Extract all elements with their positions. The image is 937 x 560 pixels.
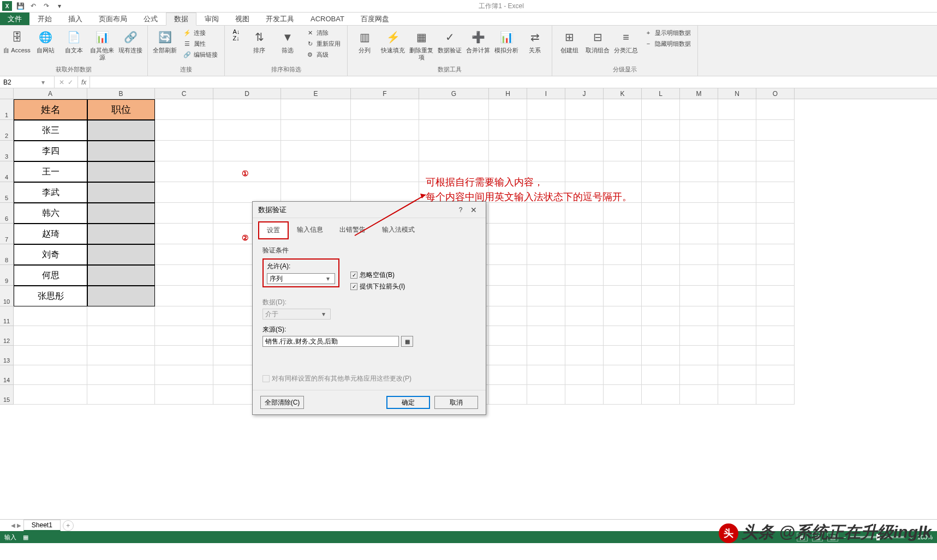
- cell[interactable]: [155, 306, 213, 326]
- cell[interactable]: [604, 365, 642, 385]
- range-picker-icon[interactable]: ▦: [401, 336, 413, 347]
- cell[interactable]: [604, 120, 642, 141]
- cell[interactable]: [756, 265, 795, 286]
- cell[interactable]: [87, 120, 155, 141]
- cell[interactable]: [213, 99, 281, 120]
- cell[interactable]: [604, 99, 642, 120]
- cell[interactable]: 刘奇: [14, 244, 87, 265]
- cell[interactable]: [155, 224, 213, 244]
- cell[interactable]: [155, 182, 213, 203]
- cell[interactable]: [680, 244, 718, 265]
- cell[interactable]: 张三: [14, 120, 87, 141]
- cell[interactable]: [718, 161, 756, 182]
- column-header[interactable]: L: [642, 88, 680, 99]
- cell[interactable]: [565, 346, 604, 365]
- clear-all-button[interactable]: 全部清除(C): [260, 396, 304, 409]
- cell[interactable]: [718, 265, 756, 286]
- cell[interactable]: [604, 224, 642, 244]
- column-header[interactable]: I: [527, 88, 565, 99]
- cell[interactable]: [565, 224, 604, 244]
- cell[interactable]: [642, 224, 680, 244]
- cell[interactable]: [351, 141, 419, 161]
- row-header[interactable]: 13: [0, 346, 14, 365]
- cell[interactable]: [87, 182, 155, 203]
- cell[interactable]: [565, 286, 604, 306]
- cell[interactable]: [680, 141, 718, 161]
- column-header[interactable]: N: [718, 88, 756, 99]
- allow-dropdown[interactable]: 序列 ▾: [267, 273, 335, 284]
- cell[interactable]: [14, 326, 87, 346]
- cell[interactable]: [642, 286, 680, 306]
- column-header[interactable]: K: [604, 88, 642, 99]
- cell[interactable]: [756, 365, 795, 385]
- cell[interactable]: [419, 141, 489, 161]
- cell[interactable]: [527, 365, 565, 385]
- cell[interactable]: [155, 286, 213, 306]
- cell[interactable]: [642, 365, 680, 385]
- cell[interactable]: [718, 203, 756, 224]
- cell[interactable]: [14, 346, 87, 365]
- column-header[interactable]: J: [565, 88, 604, 99]
- cell[interactable]: [489, 244, 527, 265]
- cell[interactable]: [213, 120, 281, 141]
- cell[interactable]: [604, 244, 642, 265]
- formula-input[interactable]: [90, 76, 937, 88]
- from-text-button[interactable]: 📄自文本: [60, 27, 87, 63]
- data-validation-button[interactable]: ✓数据验证: [436, 27, 463, 63]
- cell[interactable]: [718, 306, 756, 326]
- cell[interactable]: 赵琦: [14, 224, 87, 244]
- cell[interactable]: [718, 182, 756, 203]
- cell[interactable]: [642, 120, 680, 141]
- cell[interactable]: [680, 265, 718, 286]
- cell[interactable]: [213, 182, 281, 203]
- ignore-blank-checkbox[interactable]: ✓ 忽略空值(B): [350, 270, 405, 280]
- cell[interactable]: [756, 120, 795, 141]
- cell[interactable]: [642, 265, 680, 286]
- cell[interactable]: [489, 385, 527, 405]
- cell[interactable]: [642, 99, 680, 120]
- tab-formulas[interactable]: 公式: [135, 13, 166, 25]
- cell[interactable]: [718, 385, 756, 405]
- what-if-button[interactable]: 📊模拟分析: [493, 27, 520, 63]
- cell[interactable]: [489, 265, 527, 286]
- cell[interactable]: [718, 346, 756, 365]
- dialog-tab-input-message[interactable]: 输入信息: [289, 221, 331, 239]
- cell[interactable]: [489, 365, 527, 385]
- hide-detail-button[interactable]: −隐藏明细数据: [642, 39, 693, 49]
- select-all-corner[interactable]: [0, 88, 14, 99]
- dialog-tab-error-alert[interactable]: 出错警告: [331, 221, 374, 239]
- cell[interactable]: [87, 306, 155, 326]
- cell[interactable]: [155, 326, 213, 346]
- row-header[interactable]: 11: [0, 306, 14, 326]
- column-header[interactable]: A: [14, 88, 87, 99]
- cell[interactable]: [281, 182, 351, 203]
- cell[interactable]: 李武: [14, 182, 87, 203]
- qat-dropdown-icon[interactable]: ▾: [53, 1, 65, 11]
- cancel-formula-icon[interactable]: ✕: [59, 79, 64, 86]
- cell[interactable]: [527, 265, 565, 286]
- group-button[interactable]: ⊞创建组: [556, 27, 583, 56]
- dialog-tab-settings[interactable]: 设置: [258, 221, 289, 239]
- cell[interactable]: [351, 161, 419, 182]
- cell[interactable]: [680, 306, 718, 326]
- cell[interactable]: [604, 203, 642, 224]
- cell[interactable]: [680, 182, 718, 203]
- column-header[interactable]: B: [87, 88, 155, 99]
- cell[interactable]: 姓名: [14, 99, 87, 120]
- cell[interactable]: [642, 182, 680, 203]
- cell[interactable]: [565, 99, 604, 120]
- cell[interactable]: [87, 346, 155, 365]
- column-header[interactable]: F: [351, 88, 419, 99]
- cell[interactable]: [604, 385, 642, 405]
- dialog-tab-ime[interactable]: 输入法模式: [374, 221, 423, 239]
- cell[interactable]: [680, 346, 718, 365]
- sort-az-button[interactable]: A↓Z↓: [228, 27, 244, 61]
- cell[interactable]: [155, 99, 213, 120]
- cell[interactable]: [527, 286, 565, 306]
- column-header[interactable]: C: [155, 88, 213, 99]
- tab-page-layout[interactable]: 页面布局: [91, 13, 135, 25]
- cell[interactable]: [155, 120, 213, 141]
- cell[interactable]: [527, 385, 565, 405]
- cell[interactable]: [14, 385, 87, 405]
- cell[interactable]: [565, 120, 604, 141]
